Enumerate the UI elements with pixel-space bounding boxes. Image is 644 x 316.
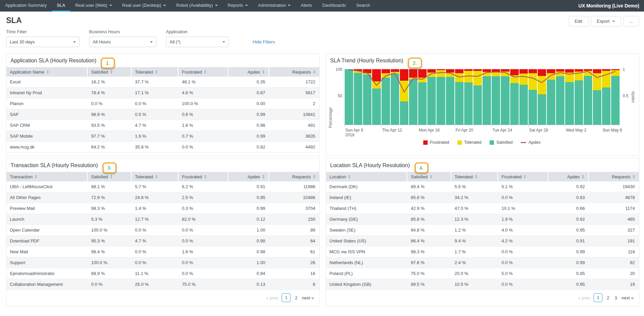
nav-item-real-user-desktop[interactable]: Real user (Desktop) [117, 0, 171, 12]
nav-item-administration[interactable]: Administration [253, 0, 296, 12]
table-row[interactable]: MCG via ISS VPN98.3 %1.7 %0.0 %0.99118 [326, 246, 639, 257]
trend-bar-may-4[interactable] [583, 69, 593, 125]
trend-bar-apr-11[interactable] [372, 69, 381, 125]
table-row[interactable]: SAP Mobile97.7 %1.6 %0.7 %0.993635 [6, 131, 319, 142]
pagination-page-1[interactable]: 1 [594, 293, 602, 302]
time-filter-select[interactable]: Last 30 days [6, 37, 80, 47]
table-row[interactable]: SAP CRM93.5 %4.7 %1.8 %0.96491 [6, 120, 319, 131]
table-row[interactable]: Collaboration Management0.0 %25.0 %75.0 … [6, 279, 319, 290]
column-header-frustrated[interactable]: Frustrated [178, 67, 229, 77]
nav-item-reports[interactable]: Reports [223, 0, 253, 12]
trend-bar-apr-19[interactable] [446, 69, 455, 125]
table-row[interactable]: All Other Pages72.9 %24.6 %2.5 %0.851048… [6, 192, 319, 203]
pagination-prev[interactable]: « prev [266, 295, 278, 300]
pagination-prev[interactable]: « prev [578, 295, 590, 300]
legend-item-satisfied[interactable]: Satisfied [490, 140, 513, 145]
trend-bar-apr-20[interactable] [455, 69, 464, 125]
legend-item-apdex[interactable]: Apdex [521, 140, 540, 145]
table-row[interactable]: Open Calendar100.0 %0.0 %0.0 %1.0089 [6, 225, 319, 236]
trend-bar-apr-9[interactable] [353, 69, 363, 125]
pagination-next[interactable]: next » [622, 295, 634, 300]
trend-bar-may-5[interactable] [593, 69, 602, 125]
table-row[interactable]: Ireland (IE)65.8 %34.2 %0.0 %0.834678 [326, 192, 639, 203]
trend-bar-apr-15[interactable] [409, 69, 418, 125]
column-header-frustrated[interactable]: Frustrated [178, 172, 229, 181]
trend-bar-may-1[interactable] [556, 69, 565, 125]
trend-bar-apr-14[interactable] [400, 69, 409, 125]
nav-item-dashboards[interactable]: Dashboards [317, 0, 351, 12]
hide-filters-link[interactable]: Hide Filters [253, 37, 275, 47]
column-header-apdex[interactable]: Apdex [229, 172, 269, 181]
column-header-apdex[interactable]: Apdex [548, 172, 589, 181]
column-header-requests[interactable]: Requests [269, 67, 319, 77]
pagination-page-1[interactable]: 1 [282, 293, 291, 302]
column-header-satisfied[interactable]: Satisfied [88, 172, 131, 181]
column-header-satisfied[interactable]: Satisfied [407, 172, 451, 181]
pagination-page-2[interactable]: 2 [294, 295, 298, 300]
trend-bar-apr-25[interactable] [500, 69, 510, 125]
legend-item-tolerated[interactable]: Tolerated [457, 140, 481, 145]
table-row[interactable]: Excel16.2 %37.7 %46.1 %0.351722 [6, 77, 319, 87]
trend-bar-apr-30[interactable] [546, 69, 556, 125]
trend-bar-apr-16[interactable] [418, 69, 427, 125]
trend-bar-apr-24[interactable] [491, 69, 500, 125]
nav-item-real-user-web[interactable]: Real user (Web) [70, 0, 117, 12]
application-filter-select[interactable]: All (*) [166, 37, 229, 47]
trend-bar-may-3[interactable] [574, 69, 583, 125]
trend-bar-may-6[interactable] [602, 69, 611, 125]
trend-bar-apr-29[interactable] [537, 69, 546, 125]
table-row[interactable]: United States (US)86.4 %9.4 %4.2 %0.9119… [326, 236, 639, 246]
table-row[interactable]: www.mcg.dk64.2 %35.8 %0.0 %0.824492 [6, 142, 319, 153]
table-row[interactable]: Germany (DE)85.8 %12.3 %1.9 %0.92465 [326, 214, 639, 225]
trend-bar-may-7[interactable] [611, 69, 620, 125]
table-row[interactable]: Ejendomsadministratio88.9 %11.1 %0.0 %0.… [6, 268, 319, 279]
column-header-frustrated[interactable]: Frustrated [498, 172, 548, 181]
trend-bar-apr-12[interactable] [381, 69, 390, 125]
export-button[interactable]: Export [591, 16, 621, 26]
pagination-page-2[interactable]: 2 [606, 295, 610, 300]
trend-bar-may-2[interactable] [565, 69, 574, 125]
column-header-tolerated[interactable]: Tolerated [132, 172, 179, 181]
table-row[interactable]: Preview Mail98.3 %1.4 %0.3 %0.993704 [6, 203, 319, 214]
table-row[interactable]: New Mail98.4 %0.0 %1.6 %0.9861 [6, 246, 319, 257]
table-row[interactable]: United Kingdom (GB)89.5 %10.5 %0.0 %0.95… [326, 279, 639, 290]
pagination-next[interactable]: next » [302, 295, 314, 300]
column-header-tolerated[interactable]: Tolerated [451, 172, 498, 181]
table-row[interactable]: Netherlands (NL)97.6 %2.4 %0.0 %0.9982 [326, 257, 639, 268]
trend-bar-apr-23[interactable] [482, 69, 491, 125]
nav-item-sla[interactable]: SLA [52, 0, 70, 12]
table-row[interactable]: Download PDF95.3 %4.7 %0.0 %0.9864 [6, 236, 319, 246]
trend-bar-apr-8[interactable] [344, 69, 353, 125]
trend-bar-apr-18[interactable] [436, 69, 445, 125]
trend-bar-apr-21[interactable] [464, 69, 473, 125]
edit-button[interactable]: Edit [568, 16, 588, 26]
column-header-requests[interactable]: Requests [269, 172, 319, 181]
column-header-satisfied[interactable]: Satisfied [88, 67, 131, 77]
trend-bar-apr-17[interactable] [427, 69, 436, 125]
column-header-tolerated[interactable]: Tolerated [132, 67, 179, 77]
trend-bar-apr-27[interactable] [519, 69, 528, 125]
trend-bar-apr-13[interactable] [390, 69, 400, 125]
nav-item-alerts[interactable]: Alerts [296, 0, 317, 12]
trend-bar-apr-28[interactable] [528, 69, 537, 125]
table-row[interactable]: Thailand (TH)42.9 %47.0 %10.1 %0.661174 [326, 203, 639, 214]
table-row[interactable]: Planon0.0 %0.0 %100.0 %0.002 [6, 98, 319, 109]
nav-item-search[interactable]: Search [351, 0, 375, 12]
trend-bar-apr-10[interactable] [363, 69, 372, 125]
table-row[interactable]: Support100.0 %0.0 %0.0 %1.0026 [6, 257, 319, 268]
table-row[interactable]: Sweden (SE)94.8 %1.2 %4.0 %0.95327 [326, 225, 639, 236]
table-row[interactable]: Launch5.3 %12.7 %82.0 %0.12150 [6, 214, 319, 225]
table-row[interactable]: Poland (PL)75.0 %20.0 %5.0 %0.8520 [326, 268, 639, 279]
table-row[interactable]: Intranet Ny Prod78.4 %17.1 %4.6 %0.87561… [6, 87, 319, 98]
more-options-button[interactable]: ... [623, 16, 639, 26]
column-header-requests[interactable]: Requests [589, 172, 639, 181]
trend-bar-apr-26[interactable] [510, 69, 519, 125]
table-row[interactable]: UBA - LeftMouseClick88.1 %5.7 %6.2 %0.91… [6, 181, 319, 192]
legend-item-frustrated[interactable]: Frustrated [423, 140, 449, 145]
column-header-apdex[interactable]: Apdex [229, 67, 269, 77]
table-row[interactable]: Denmark (DK)89.4 %5.5 %5.1 %0.9219430 [326, 181, 639, 192]
nav-item-robot-availability[interactable]: Robot (Availability) [171, 0, 222, 12]
pagination-page-3[interactable]: 3 [614, 295, 618, 300]
table-row[interactable]: SAP98.9 %0.5 %0.6 %0.9910641 [6, 109, 319, 120]
column-header-application-name[interactable]: Application Name [6, 67, 88, 77]
